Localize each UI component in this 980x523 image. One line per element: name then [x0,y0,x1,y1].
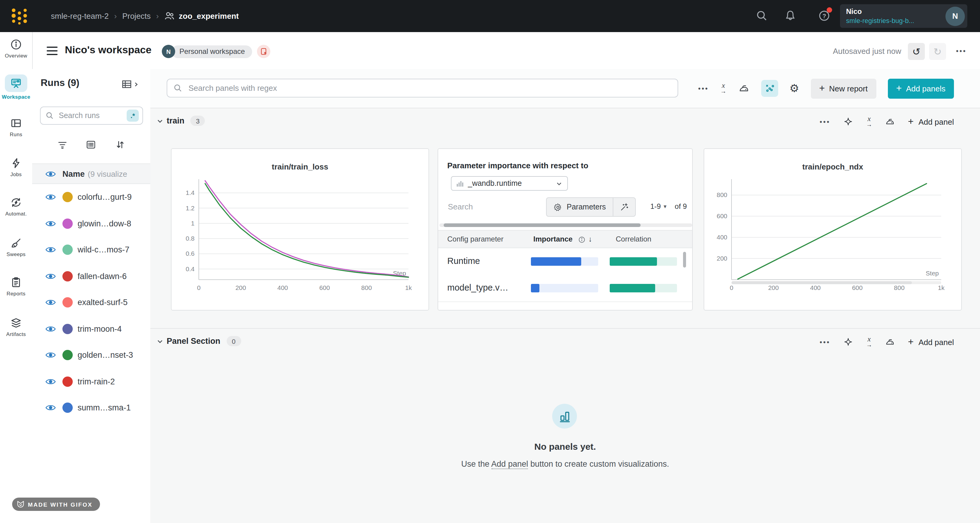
sidebar-item-jobs[interactable]: Jobs [0,157,32,178]
sidebar-item-sweeps[interactable]: Sweeps [0,237,32,257]
param-table-row[interactable]: Runtime [438,248,692,276]
expand-runs-table-button[interactable] [121,79,139,90]
settings-gear-icon[interactable]: ⚙ [789,82,799,95]
run-name[interactable]: glowin…dow-8 [78,219,131,228]
param-table-row[interactable]: model_type.v… [438,275,692,302]
add-panel-button[interactable]: +Add panel [908,116,954,127]
search-icon[interactable] [756,10,768,22]
section-title[interactable]: Panel Section [167,336,220,345]
run-name[interactable]: fallen-dawn-6 [78,272,127,281]
vertical-scrollbar[interactable] [683,252,686,268]
filter-icon[interactable] [57,139,68,150]
sidebar-item-runs[interactable]: Runs [0,117,32,138]
visibility-eye-icon[interactable] [45,299,56,307]
visibility-eye-icon[interactable] [45,404,56,412]
sparkle-pin-icon[interactable] [843,337,853,347]
visibility-eye-icon[interactable] [45,220,56,228]
visibility-eye-icon[interactable] [45,246,56,254]
run-name[interactable]: summ…sma-1 [78,403,131,412]
x-axis-settings-icon[interactable]: x→ [720,83,726,94]
pagination-range[interactable]: 1-9 [650,202,661,211]
avatar[interactable]: N [945,6,965,26]
column-config-parameter[interactable]: Config parameter [447,235,503,243]
x-axis-settings-icon[interactable]: x→ [866,336,872,347]
sidebar-item-overview[interactable]: Overview [0,38,32,59]
runs-search-input[interactable] [57,111,127,120]
sidebar-item-automations[interactable]: Automat. [0,196,32,217]
run-name[interactable]: wild-c…mos-7 [78,246,129,255]
run-row[interactable]: wild-c…mos-7 [32,237,150,263]
notifications-bell-icon[interactable] [784,10,796,22]
column-correlation[interactable]: Correlation [616,235,651,243]
breadcrumb-team[interactable]: smle-reg-team-2 [51,11,109,21]
section-title[interactable]: train [167,116,185,125]
run-name[interactable]: exalted-surf-5 [78,298,127,307]
magic-wand-button[interactable] [612,198,635,216]
sparkle-pin-icon[interactable] [843,117,853,127]
panel-parameter-importance[interactable]: Parameter importance with respect to _wa… [438,148,693,311]
regex-toggle[interactable]: .* [127,109,139,122]
panel-search-input[interactable] [187,83,671,93]
user-chip[interactable]: Nico smle-registries-bug-b... N [840,4,967,28]
undo-button[interactable]: ↺ [908,43,925,60]
chevron-down-icon[interactable] [156,117,164,124]
run-name[interactable]: trim-moon-4 [78,325,122,334]
smoothing-iron-icon[interactable] [885,117,895,127]
run-row[interactable]: exalted-surf-5 [32,289,150,316]
horizontal-scrollbar[interactable] [439,223,692,227]
run-row[interactable]: colorfu…gurt-9 [32,184,150,210]
visibility-eye-icon[interactable] [45,273,56,280]
sort-icon[interactable] [115,139,126,150]
run-row[interactable]: trim-moon-4 [32,316,150,342]
outliers-toggle[interactable] [761,80,778,97]
visibility-eye-icon[interactable] [45,351,56,359]
run-row[interactable]: fallen-dawn-6 [32,263,150,289]
add-panels-button[interactable]: +Add panels [888,78,954,98]
sidebar-item-reports[interactable]: Reports [0,276,32,296]
parameters-manager-button[interactable]: Parameters [547,198,612,216]
header-more-icon[interactable]: ••• [956,47,967,54]
hamburger-menu-icon[interactable] [47,47,57,55]
add-panel-link[interactable]: Add panel [491,460,528,469]
visibility-eye-icon[interactable] [45,193,56,201]
pagination[interactable]: 1-9 ▼ of 9 [650,202,687,211]
breadcrumb: smle-reg-team-2 › Projects › zoo_experim… [51,0,239,32]
visibility-eye-icon[interactable] [45,325,56,333]
run-row[interactable]: trim-rain-2 [32,368,150,395]
breadcrumb-projects[interactable]: Projects [122,11,151,21]
run-name[interactable]: golden…nset-3 [78,351,133,360]
sort-descending-icon[interactable]: ↓ [589,235,592,243]
panel-epoch-ndx[interactable]: train/epoch_ndx 200400600800020040060080… [704,148,962,311]
group-list-icon[interactable] [86,139,97,150]
x-axis-settings-icon[interactable]: x→ [866,116,872,127]
smoothing-iron-icon[interactable] [738,82,749,94]
run-row[interactable]: glowin…dow-8 [32,210,150,237]
run-row[interactable]: summ…sma-1 [32,395,150,421]
section-more-icon[interactable]: ••• [820,118,830,125]
new-report-button[interactable]: +New report [811,78,876,98]
add-panel-button[interactable]: +Add panel [908,336,954,347]
column-importance[interactable]: Importance [533,235,573,243]
toolbar-more-icon[interactable]: ••• [698,85,709,92]
help-icon[interactable]: ? [818,10,830,22]
visibility-eye-icon[interactable] [45,378,56,385]
redo-button[interactable]: ↻ [929,43,946,60]
runs-list-header[interactable]: Name (9 visualize [32,163,150,184]
chevron-down-icon[interactable] [156,338,164,345]
info-icon[interactable] [578,236,585,243]
section-count-badge: 3 [191,116,205,126]
run-row[interactable]: golden…nset-3 [32,342,150,368]
sidebar-item-workspace[interactable]: Workspace [0,74,32,100]
run-name[interactable]: trim-rain-2 [78,377,115,386]
run-name[interactable]: colorfu…gurt-9 [78,193,132,202]
sidebar-item-artifacts[interactable]: Artifacts [0,317,32,337]
breadcrumb-project[interactable]: zoo_experiment [179,11,239,21]
visibility-eye-icon[interactable] [45,170,56,178]
param-search-placeholder[interactable]: Search [448,202,473,211]
metric-selector-dropdown[interactable]: _wandb.runtime [451,176,568,191]
section-more-icon[interactable]: ••• [820,338,830,345]
clear-workspace-button[interactable] [257,45,270,58]
panel-train-loss[interactable]: train/train_loss 0.40.60.811.21.40200400… [171,148,429,311]
wandb-logo-icon[interactable] [11,7,28,25]
smoothing-iron-icon[interactable] [885,337,895,347]
